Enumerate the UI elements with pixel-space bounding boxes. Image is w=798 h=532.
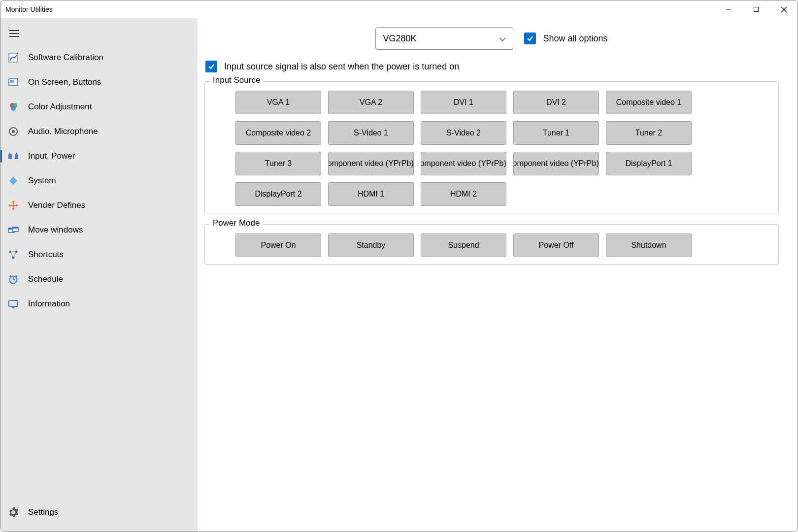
- svg-marker-20: [12, 200, 15, 202]
- input-source-button[interactable]: Tuner 2: [606, 121, 692, 145]
- input-source-button[interactable]: S-Video 1: [328, 121, 414, 145]
- color-icon: [7, 101, 19, 113]
- chevron-down-icon: [499, 33, 506, 44]
- minimize-button[interactable]: [715, 0, 742, 18]
- hamburger-icon: [9, 30, 19, 37]
- button-label: Component video (YPrPb) 1: [328, 159, 414, 168]
- monitor-select[interactable]: VG280K: [375, 27, 513, 50]
- svg-line-33: [13, 252, 16, 258]
- show-all-label: Show all options: [543, 33, 607, 44]
- sidebar-item-on-screen-buttons[interactable]: On Screen, Buttons: [0, 70, 198, 95]
- send-signal-checkbox[interactable]: [205, 61, 217, 72]
- audio-icon: [7, 126, 19, 137]
- svg-rect-9: [10, 80, 14, 83]
- button-label: Standby: [357, 241, 386, 250]
- sidebar-item-label: Information: [28, 299, 70, 309]
- input-source-button[interactable]: VGA 1: [235, 91, 321, 114]
- window-controls: [715, 0, 798, 18]
- vendor-icon: [7, 200, 19, 211]
- show-all-checkbox[interactable]: [524, 33, 536, 44]
- sidebar-item-label: System: [28, 176, 56, 186]
- move-windows-icon: [7, 224, 19, 236]
- button-label: S-Video 1: [354, 129, 388, 137]
- sidebar-item-label: Move windows: [28, 225, 83, 235]
- sidebar-item-schedule[interactable]: Schedule: [0, 267, 198, 292]
- input-source-button[interactable]: DisplayPort 1: [606, 152, 692, 175]
- button-label: Power Off: [539, 241, 574, 250]
- sidebar-item-label: Software Calibration: [28, 53, 103, 63]
- button-label: DVI 1: [454, 98, 473, 107]
- power-mode-button[interactable]: Power On: [235, 233, 321, 257]
- sidebar-item-shortcuts[interactable]: Shortcuts: [0, 242, 198, 267]
- sidebar-item-software-calibration[interactable]: Software Calibration: [0, 45, 198, 70]
- input-source-button[interactable]: HDMI 2: [421, 182, 506, 206]
- sidebar-item-input-power[interactable]: Input, Power: [0, 144, 198, 168]
- gear-icon: [7, 506, 19, 518]
- svg-line-32: [10, 252, 13, 258]
- button-label: DisplayPort 1: [625, 159, 672, 168]
- sidebar-item-move-windows[interactable]: Move windows: [0, 218, 198, 242]
- sidebar-item-label: Input, Power: [28, 151, 75, 161]
- input-source-button[interactable]: DVI 1: [421, 91, 506, 114]
- button-label: Suspend: [448, 241, 479, 250]
- monitor-select-value: VG280K: [383, 33, 416, 44]
- button-label: S-Video 2: [446, 129, 481, 137]
- input-source-button[interactable]: Component video (YPrPb) 3: [513, 152, 599, 175]
- titlebar: Monitor Utilities: [0, 0, 798, 18]
- input-source-button[interactable]: S-Video 2: [421, 121, 506, 145]
- power-mode-button[interactable]: Standby: [328, 233, 414, 257]
- input-source-button[interactable]: Tuner 1: [513, 121, 599, 145]
- button-label: VGA 2: [360, 98, 382, 107]
- input-source-button[interactable]: Composite video 2: [235, 121, 321, 145]
- svg-rect-39: [9, 300, 18, 306]
- button-label: HDMI 2: [450, 190, 477, 199]
- sidebar-item-settings[interactable]: Settings: [0, 500, 198, 525]
- information-icon: [7, 298, 19, 310]
- window-title: Monitor Utilities: [5, 5, 53, 13]
- svg-marker-22: [8, 204, 10, 207]
- input-source-button[interactable]: DisplayPort 2: [235, 182, 321, 206]
- sidebar-item-system[interactable]: System: [0, 168, 198, 193]
- input-source-button[interactable]: Tuner 3: [235, 152, 321, 175]
- power-mode-button[interactable]: Power Off: [513, 233, 599, 257]
- shortcuts-icon: [7, 249, 19, 261]
- schedule-icon: [7, 273, 19, 285]
- sidebar-item-label: Vender Defines: [28, 200, 85, 210]
- sidebar: Software Calibration On Screen, Buttons …: [0, 18, 198, 532]
- svg-rect-1: [754, 7, 759, 12]
- button-label: Tuner 1: [543, 129, 570, 137]
- button-label: VGA 1: [267, 98, 290, 107]
- check-icon: [207, 63, 215, 70]
- hamburger-button[interactable]: [0, 25, 198, 45]
- close-button[interactable]: [770, 0, 798, 18]
- sidebar-item-label: On Screen, Buttons: [28, 77, 101, 87]
- button-label: Composite video 2: [246, 129, 311, 137]
- input-source-button[interactable]: Component video (YPrPb) 2: [421, 152, 506, 175]
- maximize-button[interactable]: [742, 0, 770, 18]
- input-source-button[interactable]: HDMI 1: [328, 182, 414, 206]
- system-icon: [7, 175, 19, 187]
- screen-icon: [7, 76, 19, 88]
- sidebar-item-audio-microphone[interactable]: Audio, Microphone: [0, 119, 198, 144]
- button-label: Component video (YPrPb) 2: [421, 159, 506, 168]
- button-label: HDMI 1: [358, 190, 384, 199]
- input-source-button[interactable]: Component video (YPrPb) 1: [328, 152, 414, 175]
- sidebar-item-label: Audio, Microphone: [28, 127, 98, 136]
- svg-rect-27: [12, 227, 18, 229]
- power-mode-button[interactable]: Suspend: [421, 233, 506, 257]
- button-label: Composite video 1: [616, 98, 682, 107]
- power-mode-group: Power Mode Power OnStandbySuspendPower O…: [204, 224, 779, 265]
- power-mode-button[interactable]: Shutdown: [606, 233, 692, 257]
- input-source-button[interactable]: Composite video 1: [606, 91, 692, 114]
- calibration-icon: [7, 52, 19, 64]
- sidebar-item-color-adjustment[interactable]: Color Adjustment: [0, 95, 198, 119]
- sidebar-item-vender-defines[interactable]: Vender Defines: [0, 193, 198, 218]
- button-label: Tuner 2: [635, 129, 663, 137]
- button-label: DisplayPort 2: [255, 190, 301, 199]
- input-source-button[interactable]: DVI 2: [513, 91, 599, 114]
- input-source-button[interactable]: VGA 2: [328, 91, 414, 114]
- sidebar-item-label: Settings: [28, 507, 58, 517]
- svg-marker-17: [9, 177, 17, 185]
- send-signal-label: Input source signal is also sent when th…: [224, 62, 459, 72]
- sidebar-item-information[interactable]: Information: [0, 292, 198, 316]
